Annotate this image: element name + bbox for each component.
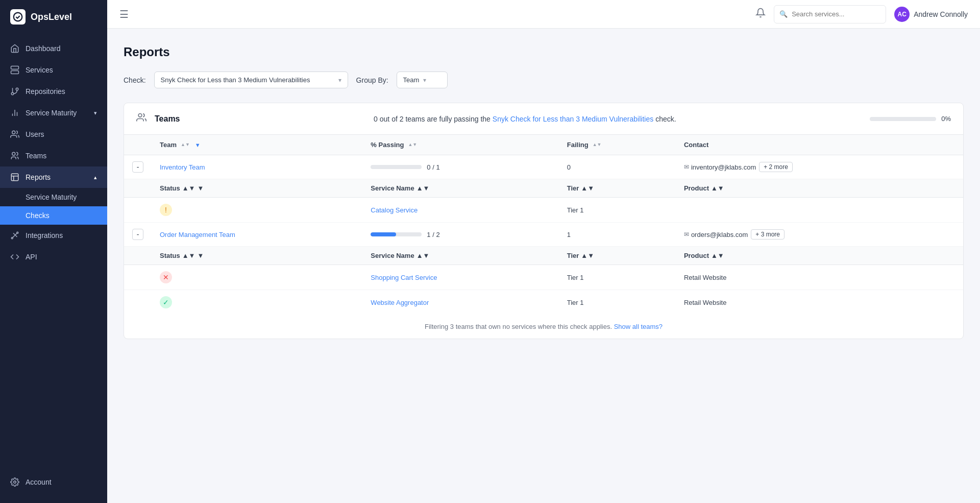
search-input[interactable] xyxy=(792,10,880,18)
app-logo[interactable]: OpsLevel xyxy=(0,0,107,34)
contact-info: ✉ orders@jklabs.com + 3 more xyxy=(684,229,955,239)
teams-progress: 0% xyxy=(870,115,951,123)
header: ☰ 🔍 AC Andrew Connolly xyxy=(107,0,980,29)
passing-bar-container: 1 / 2 xyxy=(371,231,550,238)
contact-more-badge[interactable]: + 2 more xyxy=(759,162,793,172)
service-name-link[interactable]: Shopping Cart Service xyxy=(371,274,437,281)
sidebar-item-api[interactable]: API xyxy=(0,246,107,268)
sort-icon[interactable]: ▲▼ xyxy=(408,142,417,147)
sidebar-item-service-maturity[interactable]: Service Maturity ▾ xyxy=(0,102,107,124)
filter-bar: Check: Snyk Check for Less than 3 Medium… xyxy=(124,71,964,88)
passing-fraction: 0 / 1 xyxy=(427,163,439,171)
svg-point-17 xyxy=(138,114,142,117)
group-by-select[interactable]: Team ▾ xyxy=(397,71,448,88)
git-branch-icon xyxy=(10,87,19,96)
sort-icon[interactable]: ▲▼ xyxy=(581,184,594,192)
collapse-button[interactable]: - xyxy=(132,161,143,173)
table-row: ✓ Website Aggregator Tier 1 Retail Websi… xyxy=(124,290,963,315)
sidebar-subitem-label: Service Maturity xyxy=(26,193,77,201)
th-failing[interactable]: Failing ▲▼ xyxy=(559,135,676,155)
contact-cell: ✉ orders@jklabs.com + 3 more xyxy=(676,223,963,247)
teams-icon xyxy=(136,112,146,125)
passing-bar xyxy=(371,165,422,169)
sidebar-item-label: Service Maturity xyxy=(26,109,77,117)
logo-icon xyxy=(10,9,26,25)
sidebar-item-users[interactable]: Users xyxy=(0,124,107,145)
table-row: - Order Management Team 1 / 2 xyxy=(124,223,963,247)
bell-icon[interactable] xyxy=(755,8,766,20)
svg-rect-1 xyxy=(11,66,19,69)
sidebar-item-label: Account xyxy=(26,478,52,486)
sidebar-subitem-service-maturity[interactable]: Service Maturity xyxy=(0,188,107,206)
sort-icon[interactable]: ▲▼ xyxy=(181,142,190,147)
search-icon: 🔍 xyxy=(779,10,788,18)
sidebar-item-teams[interactable]: Teams xyxy=(0,145,107,166)
service-name-link[interactable]: Catalog Service xyxy=(371,206,418,214)
main-content: ☰ 🔍 AC Andrew Connolly Reports Check: Sn… xyxy=(107,0,980,503)
sidebar-item-reports[interactable]: Reports ▴ xyxy=(0,166,107,188)
sub-table-header: Status ▲▼ ▼ Service Name ▲▼ xyxy=(124,179,963,198)
hamburger-icon[interactable]: ☰ xyxy=(119,8,129,20)
contact-more-badge[interactable]: + 3 more xyxy=(751,229,785,239)
chevron-down-icon: ▾ xyxy=(338,77,341,84)
team-name-link[interactable]: Order Management Team xyxy=(160,231,235,238)
sidebar-item-repositories[interactable]: Repositories xyxy=(0,81,107,102)
sidebar-bottom: Account xyxy=(0,463,107,503)
code-icon xyxy=(10,252,19,261)
user-menu[interactable]: AC Andrew Connolly xyxy=(894,7,968,22)
svg-point-14 xyxy=(11,237,13,239)
service-name-link[interactable]: Website Aggregator xyxy=(371,299,429,306)
sort-icon[interactable]: ▲▼ xyxy=(581,252,594,259)
filter-icon[interactable]: ▼ xyxy=(197,184,204,192)
svg-point-15 xyxy=(17,232,18,233)
show-all-teams-link[interactable]: Show all teams? xyxy=(614,323,663,330)
th-passing[interactable]: % Passing ▲▼ xyxy=(362,135,558,155)
sort-icon[interactable]: ▲▼ xyxy=(593,142,602,147)
team-name-link[interactable]: Inventory Team xyxy=(160,163,205,171)
check-link[interactable]: Snyk Check for Less than 3 Medium Vulner… xyxy=(493,115,653,123)
collapse-button[interactable]: - xyxy=(132,229,143,240)
svg-point-16 xyxy=(14,481,16,484)
user-name: Andrew Connolly xyxy=(914,10,968,18)
contact-cell: ✉ inventory@jklabs.com + 2 more xyxy=(676,155,963,179)
progress-pct: 0% xyxy=(941,115,951,123)
filter-icon[interactable]: ▼ xyxy=(197,252,204,259)
sub-table-header: Status ▲▼ ▼ Service Name ▲▼ xyxy=(124,247,963,265)
status-badge-warning: ! xyxy=(160,204,172,216)
filter-icon[interactable]: ▼ xyxy=(195,142,201,148)
sidebar-item-dashboard[interactable]: Dashboard xyxy=(0,38,107,59)
sidebar-subitem-checks[interactable]: Checks xyxy=(0,206,107,225)
sort-icon[interactable]: ▲▼ xyxy=(416,252,430,259)
th-contact: Contact xyxy=(676,135,963,155)
sidebar-item-integrations[interactable]: Integrations xyxy=(0,225,107,246)
svg-point-0 xyxy=(14,13,22,21)
table-row: - Inventory Team 0 / 1 xyxy=(124,155,963,179)
svg-point-6 xyxy=(16,88,18,90)
svg-point-11 xyxy=(12,131,15,134)
app-name: OpsLevel xyxy=(31,12,72,22)
check-select[interactable]: Snyk Check for Less than 3 Medium Vulner… xyxy=(154,71,348,88)
teams-section: Teams 0 out of 2 teams are fully passing… xyxy=(124,103,964,339)
sort-icon[interactable]: ▲▼ xyxy=(182,184,195,192)
sort-icon[interactable]: ▲▼ xyxy=(416,184,430,192)
passing-fraction: 1 / 2 xyxy=(427,231,439,238)
sidebar-item-label: Teams xyxy=(26,152,46,160)
search-bar[interactable]: 🔍 xyxy=(774,5,886,23)
plug-icon xyxy=(10,231,19,240)
sort-icon[interactable]: ▲▼ xyxy=(182,252,195,259)
group-by-value: Team xyxy=(403,76,420,84)
server-icon xyxy=(10,65,19,75)
sort-icon[interactable]: ▲▼ xyxy=(711,184,724,192)
sidebar-item-services[interactable]: Services xyxy=(0,59,107,81)
sidebar-item-account[interactable]: Account xyxy=(0,471,107,493)
reports-icon xyxy=(10,173,19,182)
table-row: ✕ Shopping Cart Service Tier 1 Retail We… xyxy=(124,265,963,290)
toggle-cell: - xyxy=(124,155,152,179)
th-toggle xyxy=(124,135,152,155)
passing-bar-fill xyxy=(371,232,396,236)
sort-icon[interactable]: ▲▼ xyxy=(711,252,724,259)
passing-cell: 1 / 2 xyxy=(362,223,558,247)
th-team[interactable]: Team ▲▼ ▼ xyxy=(152,135,362,155)
sidebar-subitem-label: Checks xyxy=(26,211,50,220)
sidebar-item-label: Integrations xyxy=(26,231,63,239)
